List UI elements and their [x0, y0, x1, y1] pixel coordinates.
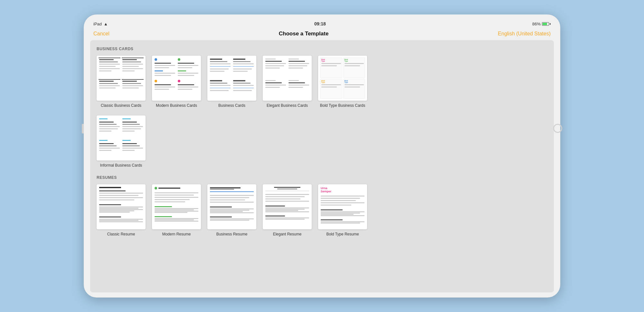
time-display: 09:18: [314, 21, 326, 26]
thumb-classic-resume: [97, 184, 146, 229]
label-elegant-resume: Elegant Resume: [273, 232, 302, 236]
ipad-label: iPad: [93, 22, 102, 26]
business-cards-row2: Informal Business Cards: [97, 115, 547, 168]
resumes-grid: Classic Resume: [97, 184, 547, 236]
thumb-business-resume: [207, 184, 256, 229]
thumb-classic-bc: [97, 56, 146, 101]
thumb-modern-bc: [152, 56, 201, 101]
wifi-icon: ▲: [104, 22, 108, 26]
thumb-boldtype-bc: BoldType BoldType BoldType: [318, 56, 367, 101]
label-modern-bc: Modern Business Cards: [156, 103, 197, 108]
template-boldtype-resume[interactable]: UrnaSemper: [318, 184, 367, 236]
template-business-bc[interactable]: Business Cards: [207, 56, 256, 108]
thumb-elegant-resume: [263, 184, 312, 229]
home-button[interactable]: [553, 124, 562, 133]
status-left: iPad ▲: [93, 22, 108, 26]
page-title: Choose a Template: [279, 31, 329, 37]
ipad-frame: iPad ▲ 09:18 86% Cancel Choose a Templat…: [84, 14, 560, 298]
template-elegant-bc[interactable]: Elegant Business Cards: [263, 56, 312, 108]
status-right: 86%: [532, 22, 551, 26]
template-classic-bc[interactable]: Classic Business Cards: [97, 56, 146, 108]
language-selector[interactable]: English (United States): [498, 31, 551, 37]
label-elegant-bc: Elegant Business Cards: [267, 103, 308, 108]
template-boldtype-bc[interactable]: BoldType BoldType BoldType: [318, 56, 367, 108]
section-header-resumes: RESUMES: [97, 175, 547, 180]
thumb-boldtype-resume: UrnaSemper: [318, 184, 367, 229]
status-bar: iPad ▲ 09:18 86%: [90, 20, 554, 29]
content-area: BUSINESS CARDS: [90, 40, 554, 292]
nav-bar: Cancel Choose a Template English (United…: [90, 29, 554, 40]
thumb-business-bc: [207, 56, 256, 101]
template-informal-bc[interactable]: Informal Business Cards: [97, 115, 146, 168]
label-modern-resume: Modern Resume: [162, 232, 191, 236]
thumb-informal-bc: [97, 115, 146, 161]
template-business-resume[interactable]: Business Resume: [207, 184, 256, 236]
label-business-bc: Business Cards: [218, 103, 245, 108]
template-classic-resume[interactable]: Classic Resume: [97, 184, 146, 236]
thumb-modern-resume: [152, 184, 201, 229]
battery-percent: 86%: [532, 22, 541, 26]
side-button-left: [82, 124, 84, 133]
label-business-resume: Business Resume: [216, 232, 248, 236]
label-classic-bc: Classic Business Cards: [101, 103, 141, 108]
thumb-elegant-bc: [263, 56, 312, 101]
label-informal-bc: Informal Business Cards: [100, 163, 142, 168]
template-modern-resume[interactable]: Modern Resume: [152, 184, 201, 236]
template-elegant-resume[interactable]: Elegant Resume: [263, 184, 312, 236]
label-boldtype-bc: Bold Type Business Cards: [320, 103, 365, 108]
template-modern-bc[interactable]: Modern Business Cards: [152, 56, 201, 108]
battery-icon: [542, 22, 551, 26]
label-classic-resume: Classic Resume: [107, 232, 135, 236]
label-boldtype-resume: Bold Type Resume: [326, 232, 359, 236]
section-header-business-cards: BUSINESS CARDS: [97, 47, 547, 51]
business-cards-grid: Classic Business Cards: [97, 56, 547, 108]
cancel-button[interactable]: Cancel: [93, 31, 109, 37]
